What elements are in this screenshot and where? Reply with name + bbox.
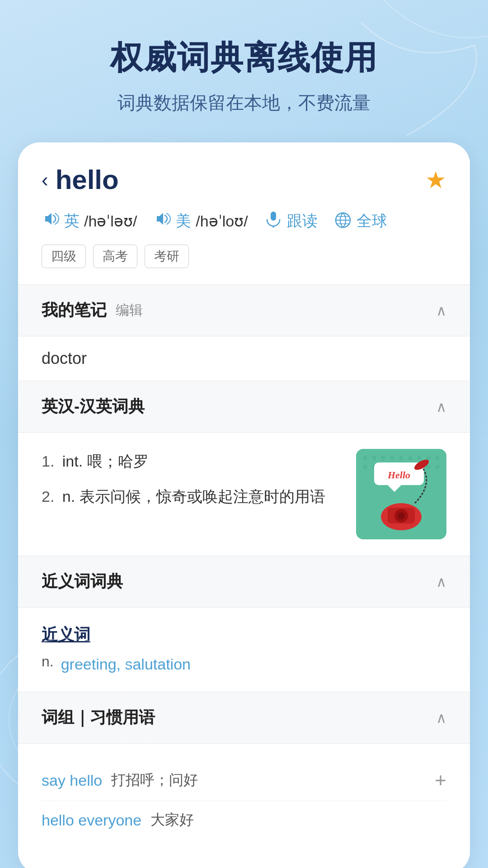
- british-pronunciation[interactable]: 英 /həˈləʊ/: [42, 210, 137, 232]
- global-button[interactable]: 全球: [334, 211, 387, 231]
- notes-text: doctor: [42, 349, 87, 368]
- pronunciation-row: 英 /həˈləʊ/ 美 /həˈloʊ/: [42, 210, 446, 232]
- phrase-item-2: hello everyone 大家好: [42, 801, 446, 839]
- global-label: 全球: [357, 211, 387, 231]
- dictionary-chevron-icon: ∧: [436, 398, 446, 415]
- phrases-chevron-icon: ∧: [436, 709, 446, 726]
- phrase-meaning-2: 大家好: [150, 810, 194, 830]
- notes-title: 我的笔记: [42, 299, 107, 321]
- word-header: ‹ hello ★ 英 /həˈləʊ/: [18, 142, 470, 284]
- american-phonetic: /həˈloʊ/: [196, 212, 248, 230]
- dictionary-section-header[interactable]: 英汉-汉英词典 ∧: [18, 381, 470, 432]
- british-label: 英: [64, 211, 80, 231]
- synonyms-section-header[interactable]: 近义词词典 ∧: [18, 556, 470, 607]
- dictionary-content: 1. int. 喂；哈罗 2. n. 表示问候，惊奇或唤起注意时的用语: [18, 433, 470, 556]
- phrase-word-1[interactable]: say hello: [42, 772, 102, 789]
- notes-content: doctor: [18, 336, 470, 381]
- phrase-add-button-1[interactable]: +: [435, 769, 446, 792]
- definitions-list: 1. int. 喂；哈罗 2. n. 表示问候，惊奇或唤起注意时的用语: [42, 449, 345, 539]
- def-text-1: int. 喂；哈罗: [62, 453, 149, 470]
- phrases-title: 词组｜习惯用语: [42, 707, 155, 729]
- svg-point-11: [408, 456, 413, 460]
- phrase-word-2[interactable]: hello everyone: [42, 811, 141, 829]
- hero-section: 权威词典离线使用 词典数据保留在本地，不费流量: [0, 0, 488, 142]
- svg-point-22: [426, 465, 431, 469]
- tag-gaokao: 高考: [93, 245, 137, 268]
- favorite-star-icon[interactable]: ★: [425, 166, 446, 193]
- american-pronunciation[interactable]: 美 /həˈloʊ/: [153, 210, 248, 232]
- svg-point-7: [372, 456, 376, 460]
- word-heading: hello: [56, 164, 119, 195]
- synonyms-chevron-icon: ∧: [436, 573, 446, 590]
- svg-point-8: [381, 456, 385, 460]
- definition-1: 1. int. 喂；哈罗: [42, 449, 345, 473]
- mic-icon: [264, 210, 282, 232]
- dictionary-card: ‹ hello ★ 英 /həˈləʊ/: [18, 142, 470, 868]
- notes-edit-button[interactable]: 编辑: [116, 301, 143, 320]
- phrases-section-header[interactable]: 词组｜习惯用语 ∧: [18, 692, 470, 743]
- notes-chevron-icon: ∧: [436, 302, 446, 319]
- svg-point-30: [398, 512, 405, 519]
- phrase-item-1: say hello 打招呼；问好 +: [42, 760, 446, 801]
- follow-read-label: 跟读: [287, 211, 318, 231]
- svg-point-13: [426, 456, 431, 460]
- svg-point-15: [363, 465, 367, 469]
- speaker-icon-2: [153, 210, 171, 232]
- hello-image: Hello: [356, 449, 446, 539]
- bottom-space: [18, 855, 470, 868]
- notes-section-header[interactable]: 我的笔记 编辑 ∧: [18, 285, 470, 336]
- svg-text:Hello: Hello: [387, 469, 410, 481]
- synonyms-part: n.: [42, 653, 54, 670]
- phrases-content: say hello 打招呼；问好 + hello everyone 大家好: [18, 744, 470, 855]
- hero-title: 权威词典离线使用: [18, 36, 470, 80]
- tag-cet4: 四级: [42, 245, 86, 268]
- def-num-1: 1.: [42, 453, 54, 470]
- synonyms-content: 近义词 n. greeting, salutation: [18, 608, 470, 692]
- svg-point-23: [435, 465, 440, 469]
- definition-2: 2. n. 表示问候，惊奇或唤起注意时的用语: [42, 484, 345, 509]
- british-phonetic: /həˈləʊ/: [84, 212, 137, 230]
- synonyms-words[interactable]: greeting, salutation: [61, 656, 191, 673]
- dictionary-title: 英汉-汉英词典: [42, 396, 145, 418]
- synonyms-label: 近义词: [42, 624, 446, 646]
- back-button[interactable]: ‹: [42, 170, 48, 190]
- svg-point-6: [363, 456, 367, 460]
- tag-postgrad: 考研: [145, 245, 189, 268]
- synonyms-title: 近义词词典: [42, 571, 123, 593]
- speaker-icon: [42, 210, 60, 232]
- svg-point-10: [399, 456, 404, 460]
- svg-point-14: [435, 456, 440, 460]
- def-num-2: 2.: [42, 488, 54, 505]
- svg-point-12: [417, 456, 422, 460]
- globe-icon: [334, 211, 352, 231]
- svg-rect-2: [271, 212, 276, 221]
- american-label: 美: [176, 211, 191, 231]
- follow-read-button[interactable]: 跟读: [264, 210, 318, 232]
- phrase-meaning-1: 打招呼；问好: [111, 770, 198, 790]
- hero-subtitle: 词典数据保留在本地，不费流量: [18, 90, 470, 115]
- def-text-2: n. 表示问候，惊奇或唤起注意时的用语: [62, 488, 325, 505]
- word-tags: 四级 高考 考研: [42, 245, 446, 268]
- svg-point-9: [390, 456, 394, 460]
